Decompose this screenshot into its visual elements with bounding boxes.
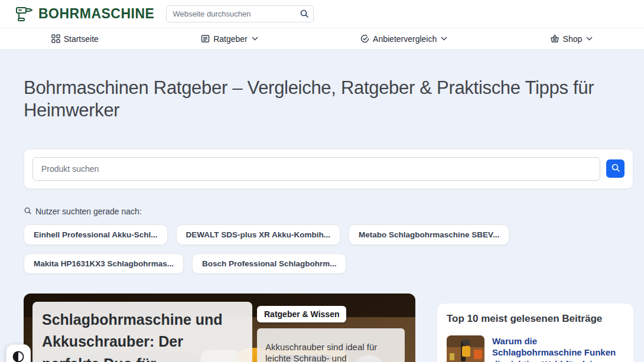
search-chip[interactable]: DEWALT SDS-plus XR Akku-Kombih... [176,224,341,245]
sidebar-title: Top 10 meist gelesenen Beiträge [447,313,624,325]
post-thumbnail [447,335,484,362]
main-navigation: Startseite Ratgeber Anbietervergleich [0,28,644,50]
document-icon [201,34,210,43]
nav-label: Anbietervergleich [373,34,437,44]
check-circle-icon [360,34,369,43]
hero-title-box: Schlagbohrmaschine und Akkuschrauber: De… [32,302,252,362]
nav-item-startseite[interactable]: Startseite [51,34,99,44]
content-row: DeWALT Schlagbohrmaschine und Akkuschrau… [24,293,633,362]
site-search-input[interactable] [166,5,314,22]
nav-label: Startseite [64,34,99,44]
recent-searches-label: Nutzer suchten gerade nach: [35,207,142,216]
chevron-down-icon [586,37,593,41]
nav-label: Ratgeber [213,34,248,44]
recent-search-chips: Einhell Professional Akku-Schl... DEWALT… [24,224,633,274]
header: BOHRMASCHINE [0,0,644,28]
contrast-icon [12,350,25,362]
search-chip[interactable]: Makita HP1631KX3 Schlagbohrmas... [24,253,184,274]
nav-item-ratgeber[interactable]: Ratgeber [201,34,258,44]
hero-category-badge[interactable]: Ratgeber & Wissen [257,306,346,322]
top-posts-sidebar: Top 10 meist gelesenen Beiträge Warum di [437,304,633,362]
sidebar-post-1[interactable]: Warum die Schlagbohrmaschine Funken die … [447,334,624,362]
main-content: Bohrmaschinen Ratgeber – Vergleiche, Rat… [0,50,644,362]
search-icon [24,207,32,217]
drill-logo-icon [14,3,34,25]
search-chip[interactable]: Einhell Professional Akku-Schl... [24,224,168,245]
nav-label: Shop [563,34,583,44]
nav-item-anbietervergleich[interactable]: Anbietervergleich [360,34,447,44]
nav-item-shop[interactable]: Shop [550,34,593,44]
chevron-down-icon [441,37,447,41]
brand-name: BOHRMASCHINE [38,6,154,22]
search-icon [611,163,620,174]
recent-searches-label-row: Nutzer suchten gerade nach: [24,207,633,217]
search-chip[interactable]: Bosch Professional Schlagbohrm... [192,253,346,274]
product-search-button[interactable] [606,159,625,178]
grid-icon [51,34,60,43]
site-search [166,5,314,22]
hero-excerpt: Akkuschrauber sind ideal für leichte Sch… [257,328,405,362]
search-chip[interactable]: Metabo Schlagbohrmaschine SBEV... [349,224,509,245]
product-search-input[interactable] [32,157,600,181]
brand-logo[interactable]: BOHRMASCHINE [14,3,154,25]
basket-icon [550,34,560,43]
product-search-card [24,149,633,189]
page-title: Bohrmaschinen Ratgeber – Vergleiche, Rat… [24,77,632,122]
chevron-down-icon [252,37,258,41]
hero-article-card[interactable]: DeWALT Schlagbohrmaschine und Akkuschrau… [24,293,415,362]
hero-title: Schlagbohrmaschine und Akkuschrauber: De… [42,309,243,362]
contrast-toggle-button[interactable] [6,344,31,362]
search-icon[interactable] [300,9,309,21]
post-title: Warum die Schlagbohrmaschine Funken die … [492,335,624,362]
